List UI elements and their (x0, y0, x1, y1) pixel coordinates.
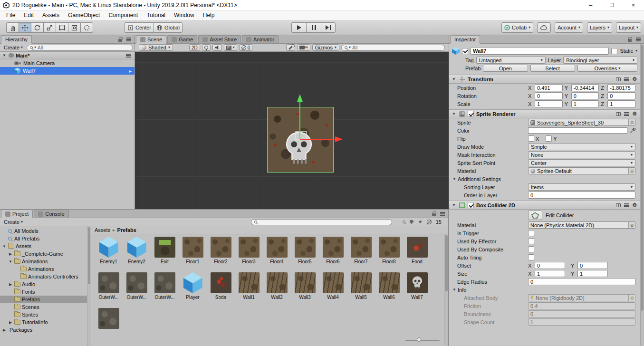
editor-tools-button[interactable] (286, 44, 295, 51)
object-picker-icon[interactable]: ⊙ (628, 119, 635, 125)
panel-menu-icon[interactable] (440, 213, 445, 214)
slider-knob[interactable] (417, 337, 421, 342)
active-checkbox[interactable] (462, 48, 468, 54)
favorites-star-icon[interactable]: ★ (418, 220, 423, 224)
scale-x-field[interactable]: 1 (535, 100, 563, 107)
tree-item-animations[interactable]: Animations (0, 265, 87, 273)
scale-tool-button[interactable] (43, 22, 56, 33)
tree-item-scenes[interactable]: Scenes (0, 303, 87, 311)
used-by-effector-checkbox[interactable] (528, 238, 534, 244)
asset-outerw[interactable]: OuterW... (151, 272, 179, 307)
sprite-renderer-header[interactable]: ▼ Sprite Renderer ⚙ (449, 109, 640, 118)
hierarchy-create-dropdown[interactable]: Create▾ (2, 45, 25, 50)
order-in-layer-field[interactable]: 0 (528, 192, 635, 199)
camera-settings-dropdown[interactable]: ▾ (297, 44, 310, 51)
maximize-button[interactable] (601, 0, 623, 10)
object-picker-icon[interactable]: ⊙ (628, 168, 635, 174)
menu-help[interactable]: Help (199, 10, 219, 20)
cloud-button[interactable] (537, 22, 551, 33)
info-foldout[interactable]: ▼ Info (449, 286, 640, 294)
presets-icon[interactable] (624, 205, 629, 206)
gizmo-y-arrowhead[interactable] (297, 94, 303, 102)
foldout-arrow[interactable]: ▼ (2, 53, 7, 58)
prefab-open-arrow[interactable]: ▸ (129, 68, 132, 74)
close-button[interactable]: × (623, 0, 644, 10)
tab-console[interactable]: Console (34, 210, 68, 218)
rotation-y-field[interactable]: 0 (571, 92, 599, 99)
material-object-field[interactable]: Sprites-Default⊙ (528, 167, 635, 174)
foldout-arrow[interactable]: ▼ (452, 112, 456, 116)
asset-wall7[interactable]: Wall7 (403, 272, 431, 307)
hierarchy-item-main-camera[interactable]: Main Camera (0, 59, 135, 67)
asset-outerw[interactable]: OuterW... (95, 272, 123, 307)
gear-icon[interactable]: ⚙ (632, 77, 637, 82)
sprite-sort-point-dropdown[interactable]: Center▾ (528, 159, 635, 166)
tree-item-animators-controllers[interactable]: Animators Controllers (0, 273, 87, 280)
mask-interaction-dropdown[interactable]: None▾ (528, 151, 635, 158)
asset-food[interactable]: Food (403, 237, 431, 271)
asset-wall4[interactable]: Wall4 (319, 272, 347, 307)
asset-floor1[interactable]: Floor1 (179, 237, 207, 271)
asset-wall5[interactable]: Wall5 (347, 272, 375, 307)
asset-wall6[interactable]: Wall6 (375, 272, 403, 307)
gear-icon[interactable]: ⚙ (632, 202, 637, 208)
panel-menu-icon[interactable] (126, 39, 131, 40)
asset-floor6[interactable]: Floor6 (319, 237, 347, 271)
flip-y-checkbox[interactable] (546, 135, 552, 142)
menu-tutorial[interactable]: Tutorial (142, 10, 170, 20)
gear-icon[interactable]: ⚙ (632, 111, 637, 116)
help-icon[interactable] (616, 112, 621, 116)
rotation-x-field[interactable]: 0 (535, 92, 563, 99)
asset-outerw[interactable]: OuterW... (123, 272, 151, 307)
effects-dropdown[interactable]: ▾ (224, 44, 237, 51)
collab-dropdown[interactable]: Collab▾ (501, 22, 533, 33)
tree-item-packages[interactable]: ▶Packages (0, 326, 87, 334)
tree-item-animations[interactable]: ▼Animations (0, 258, 87, 265)
scale-z-field[interactable]: 1 (607, 100, 635, 107)
play-button[interactable] (291, 22, 306, 33)
custom-tool-button[interactable] (80, 22, 93, 33)
audio-toggle[interactable] (212, 44, 222, 51)
scene-menu-icon[interactable] (126, 55, 131, 56)
static-dropdown-icon[interactable]: ▾ (635, 49, 637, 53)
eyedropper-icon[interactable] (630, 128, 635, 134)
foldout-arrow[interactable]: ▶ (8, 252, 13, 256)
menu-edit[interactable]: Edit (19, 10, 38, 20)
asset-floor5[interactable]: Floor5 (291, 237, 319, 271)
additional-settings-foldout[interactable]: ▼ Additional Settings (449, 175, 640, 183)
menu-window[interactable]: Window (170, 10, 199, 20)
transform-header[interactable]: ▼ Transform ⚙ (449, 75, 640, 84)
tree-item-all-models[interactable]: All Models (0, 227, 87, 235)
tab-hierarchy[interactable]: Hierarchy (1, 35, 32, 44)
tag-dropdown[interactable]: Untagged▾ (476, 57, 546, 64)
prefab-overrides-dropdown[interactable]: Overrides▾ (577, 65, 637, 72)
sprite-object-field[interactable]: Scavengers_SpriteSheet_30⊙ (528, 119, 635, 126)
move-tool-button[interactable] (19, 22, 31, 33)
rect-tool-button[interactable] (56, 22, 68, 33)
tree-item-prefabs[interactable]: Prefabs (0, 296, 87, 303)
gizmo-x-arrowhead[interactable] (335, 136, 343, 142)
search-by-type-icon[interactable] (403, 221, 405, 223)
lighting-toggle[interactable] (202, 44, 211, 51)
position-y-field[interactable]: -0.34414 (571, 84, 599, 91)
edge-radius-field[interactable]: 0 (528, 278, 635, 285)
foldout-arrow[interactable]: ▼ (2, 244, 7, 249)
asset-wall2[interactable]: Wall2 (263, 272, 291, 307)
prefab-open-button[interactable]: Open (483, 65, 528, 72)
hierarchy-search-input[interactable]: ▾All (27, 45, 133, 51)
foldout-arrow[interactable]: ▶ (2, 328, 7, 332)
search-by-label-icon[interactable] (410, 220, 414, 224)
asset-floor3[interactable]: Floor3 (235, 237, 263, 271)
component-enabled-checkbox[interactable] (468, 111, 474, 117)
tree-scrollbar[interactable] (87, 226, 91, 346)
tree-item-complete-game[interactable]: ▶_Complete-Game (0, 250, 87, 258)
menu-component[interactable]: Component (104, 10, 142, 20)
offset-y-field[interactable]: 0 (577, 262, 608, 269)
minimize-button[interactable]: – (580, 0, 601, 10)
step-button[interactable] (321, 22, 336, 33)
scene-header-row[interactable]: ▼ Main* (0, 52, 135, 59)
project-search-input[interactable] (251, 219, 392, 225)
breadcrumb-prefabs[interactable]: Prefabs (117, 227, 136, 233)
pivot-toggle-button[interactable]: Center (125, 22, 154, 33)
breadcrumb-assets[interactable]: Assets (95, 227, 110, 233)
